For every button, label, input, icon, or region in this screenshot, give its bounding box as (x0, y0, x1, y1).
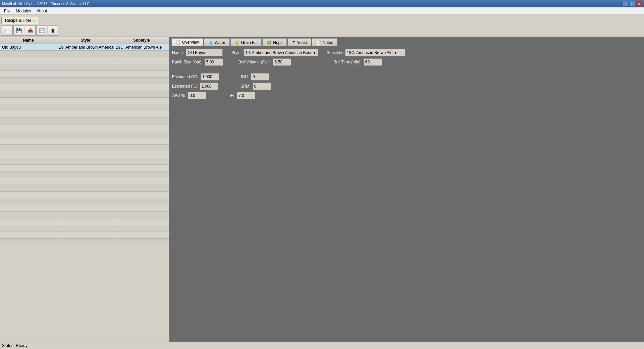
table-row (0, 232, 169, 239)
style-dropdown[interactable]: 19. Amber and Brown American Beer ▼ (244, 49, 318, 56)
app-tab-bar: Recipe Builder ✕ (0, 15, 644, 24)
delete-icon (51, 28, 55, 34)
boil-time-label: Boil Time (Min): (333, 60, 361, 64)
form-row-name: Name: Style: 19. Amber and Brown America… (172, 49, 641, 56)
batch-size-input[interactable] (205, 58, 223, 66)
col-header-style: Style (57, 37, 114, 44)
col-header-name: Name (0, 37, 57, 44)
substyle-dropdown[interactable]: 19C. American Brown Ale ▼ (345, 49, 406, 56)
overview-icon (176, 40, 181, 45)
tab-grain-bill[interactable]: Grain Bill (230, 38, 262, 46)
tab-overview[interactable]: Overview (171, 38, 203, 46)
table-row (0, 165, 169, 171)
notes-icon (316, 40, 321, 45)
name-input[interactable] (186, 49, 223, 56)
boil-time-input[interactable] (364, 58, 382, 66)
menu-about[interactable]: About (34, 8, 50, 14)
grain-icon (235, 40, 240, 45)
delete-button[interactable] (48, 26, 58, 36)
name-label: Name: (172, 50, 184, 55)
recipe-builder-tab[interactable]: Recipe Builder ✕ (1, 17, 39, 24)
estimated-og-input[interactable] (201, 73, 219, 81)
batch-size-label: Batch Size (Gal): (172, 60, 203, 64)
spacer-row (172, 68, 641, 73)
ph-input[interactable] (237, 92, 255, 99)
estimated-fg-input[interactable] (200, 83, 218, 90)
table-row (0, 104, 169, 111)
recipe-builder-tab-close[interactable]: ✕ (33, 19, 35, 22)
ibu-input[interactable] (251, 73, 269, 81)
table-row (0, 178, 169, 185)
refresh-icon (39, 28, 45, 34)
table-row (0, 91, 169, 98)
substyle-dropdown-value: 19C. American Brown Ale (347, 50, 392, 55)
row-name: Old Bayou (0, 44, 57, 50)
table-body: Old Bayou 19. Amber and Brown American B… (0, 44, 169, 245)
table-row (0, 64, 169, 71)
recipe-table: Name Style Substyle Old Bayou 19. Amber … (0, 37, 169, 342)
table-row (0, 138, 169, 145)
minimize-button[interactable]: – (623, 1, 629, 6)
yeast-icon (292, 40, 296, 45)
tab-content-area: Name: Style: 19. Amber and Brown America… (169, 46, 644, 342)
water-icon (208, 40, 213, 45)
tab-overview-label: Overview (182, 40, 199, 45)
titlebar-controls: – □ ✕ (623, 1, 642, 6)
ph-label: pH: (228, 93, 235, 98)
maximize-button[interactable]: □ (629, 1, 635, 6)
section-tabs: Overview Water Grain Bill Hops Yeast Not… (169, 37, 644, 46)
menu-file[interactable]: File (1, 8, 13, 14)
export-icon (28, 28, 33, 34)
tab-water[interactable]: Water (204, 38, 230, 46)
style-label: Style: (231, 50, 241, 55)
save-icon (16, 28, 22, 34)
boil-volume-label: Boil Volume (Gal): (238, 60, 271, 64)
table-row (0, 84, 169, 91)
table-header: Name Style Substyle (0, 37, 169, 44)
table-row (0, 239, 169, 245)
menu-modules[interactable]: Modules (13, 8, 34, 14)
style-dropdown-arrow: ▼ (313, 51, 316, 55)
titlebar: MashLab v0.1 Alpha ©2018 | Okeanos Softw… (0, 0, 644, 7)
tab-hops[interactable]: Hops (262, 38, 287, 46)
form-row-batch: Batch Size (Gal): Boil Volume (Gal): Boi… (172, 58, 641, 66)
table-row (0, 198, 169, 205)
form-row-fg: Estimated FG: SRM: (172, 83, 641, 90)
refresh-button[interactable] (36, 26, 47, 36)
hops-icon (267, 40, 272, 45)
toolbar (0, 24, 644, 37)
table-row (0, 78, 169, 84)
new-icon (5, 28, 10, 34)
new-button[interactable] (2, 26, 13, 36)
form-row-og: Estimated OG: IBU: (172, 73, 641, 81)
boil-volume-input[interactable] (273, 58, 291, 66)
tab-yeast[interactable]: Yeast (287, 38, 311, 46)
estimated-og-label: Estimated OG: (172, 74, 199, 79)
export-button[interactable] (25, 26, 36, 36)
table-row (0, 171, 169, 178)
abv-label: ABV %: (172, 93, 186, 98)
table-row (0, 145, 169, 151)
table-row (0, 57, 169, 64)
close-button[interactable]: ✕ (636, 1, 642, 6)
tab-notes[interactable]: Notes (312, 38, 337, 46)
table-row (0, 98, 169, 104)
table-row (0, 124, 169, 131)
status-value: Ready (16, 343, 28, 348)
table-row (0, 225, 169, 232)
save-button[interactable] (13, 26, 24, 36)
table-row (0, 185, 169, 192)
srm-input[interactable] (253, 83, 271, 90)
table-row (0, 71, 169, 78)
menubar: File Modules About (0, 7, 644, 15)
substyle-dropdown-arrow: ▼ (394, 51, 397, 55)
recipe-detail-panel: Overview Water Grain Bill Hops Yeast Not… (169, 37, 644, 342)
col-header-substyle: Substyle (114, 37, 169, 44)
table-row[interactable]: Old Bayou 19. Amber and Brown American B… (0, 44, 169, 51)
abv-input[interactable] (188, 92, 206, 99)
estimated-fg-label: Estimated FG: (172, 84, 198, 89)
main-area: Name Style Substyle Old Bayou 19. Amber … (0, 37, 644, 342)
statusbar: Status: Ready (0, 342, 644, 349)
style-dropdown-value: 19. Amber and Brown American Beer (245, 50, 311, 55)
ibu-label: IBU: (241, 74, 249, 79)
